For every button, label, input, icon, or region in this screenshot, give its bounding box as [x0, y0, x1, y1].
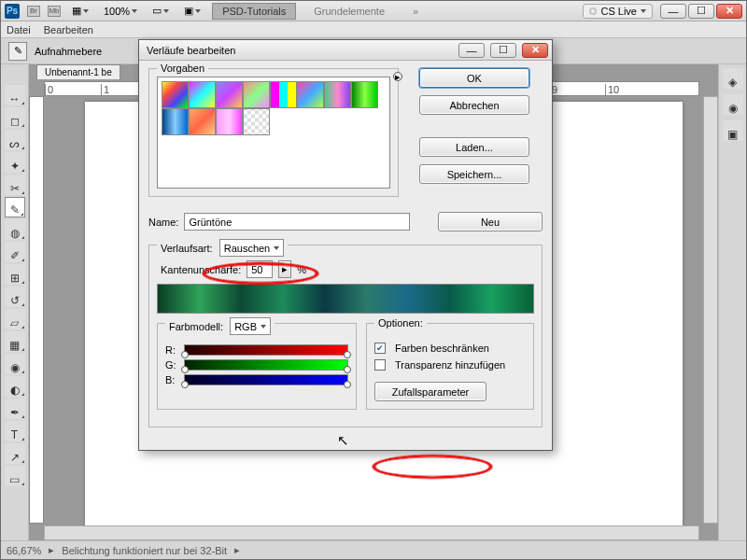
ruler-vertical	[29, 96, 44, 524]
crop-tool[interactable]: ✂	[5, 175, 25, 195]
scrollbar-vertical[interactable]	[703, 96, 718, 524]
status-message: Belichtung funktioniert nur bei 32-Bit	[62, 545, 227, 556]
preset-swatch[interactable]	[162, 108, 189, 135]
view-mode-menu[interactable]: ▦	[68, 5, 92, 17]
name-label: Name:	[148, 217, 178, 228]
preset-grid[interactable]: ▸	[157, 77, 390, 189]
color-model-fieldset: Farbmodell: RGB R: G: B:	[157, 323, 357, 410]
roughness-input[interactable]: 50	[247, 260, 273, 278]
gradient-preview	[157, 284, 534, 314]
screen-mode-menu[interactable]: ▣	[180, 5, 204, 17]
eyedropper-tool[interactable]: ✎	[5, 197, 25, 217]
brush-tool[interactable]: ✐	[5, 242, 25, 262]
zoom-combo[interactable]: 100%	[100, 6, 141, 17]
new-button[interactable]: Neu	[438, 212, 543, 231]
preset-swatch[interactable]	[216, 81, 243, 108]
cs-live-label: CS Live	[600, 6, 637, 17]
gradient-type-select[interactable]: Rauschen	[219, 239, 285, 257]
eyedropper-tool-icon[interactable]: ✎	[8, 42, 27, 61]
gradient-tool[interactable]: ▦	[5, 331, 25, 352]
preset-swatch[interactable]	[189, 81, 216, 108]
path-tool[interactable]: ↗	[5, 443, 25, 464]
workspace-grundelemente[interactable]: Grundelemente	[303, 3, 395, 20]
menu-datei[interactable]: Datei	[7, 24, 31, 35]
dialog-maximize-button[interactable]: ☐	[490, 43, 516, 58]
scrollbar-horizontal[interactable]	[44, 525, 699, 540]
options-legend: Optionen:	[374, 317, 427, 329]
dialog-title: Verläufe bearbeiten	[147, 45, 453, 56]
presets-legend: Vorgaben	[157, 63, 208, 74]
g-slider[interactable]	[184, 359, 348, 371]
eraser-tool[interactable]: ▱	[5, 309, 25, 329]
dialog-minimize-button[interactable]: —	[458, 43, 485, 58]
lasso-tool[interactable]: ᔕ	[5, 130, 25, 150]
randomize-button[interactable]: Zufallsparameter	[374, 382, 486, 401]
bridge-icon[interactable]: Br	[27, 6, 40, 17]
dodge-tool[interactable]: ◐	[5, 376, 25, 397]
add-transparency-checkbox[interactable]	[374, 359, 386, 371]
roughness-stepper[interactable]: ▸	[278, 260, 291, 278]
type-label: Verlaufsart:	[161, 243, 213, 254]
dialog-titlebar[interactable]: Verläufe bearbeiten — ☐ ✕	[139, 40, 552, 61]
preset-swatch[interactable]	[297, 81, 324, 108]
preset-swatch[interactable]	[216, 108, 243, 135]
preset-swatch[interactable]	[351, 81, 378, 108]
color-model-legend: Farbmodell: RGB	[165, 317, 275, 335]
minimize-button[interactable]: —	[660, 4, 686, 19]
roughness-label: Kantenunschärfe:	[161, 264, 241, 275]
workspace-more[interactable]: »	[402, 3, 429, 20]
type-tool[interactable]: T	[5, 421, 25, 441]
stamp-tool[interactable]: ⊞	[5, 264, 25, 285]
color-model-select[interactable]: RGB	[230, 317, 271, 335]
r-label: R:	[165, 344, 178, 356]
panel-icon-3[interactable]: ▣	[723, 120, 743, 141]
preset-swatch[interactable]	[243, 108, 270, 135]
name-input[interactable]: Grüntöne	[184, 213, 410, 231]
options-label: Aufnahmebere	[35, 46, 102, 57]
panel-icon-2[interactable]: ◉	[723, 94, 743, 115]
menu-bearbeiten[interactable]: Bearbeiten	[44, 24, 93, 35]
ok-button[interactable]: OK	[419, 68, 529, 88]
preset-menu-icon[interactable]: ▸	[393, 72, 402, 81]
marquee-tool[interactable]: ◻	[5, 107, 25, 128]
g-label: G:	[165, 359, 178, 371]
preset-swatch[interactable]	[270, 81, 297, 108]
preset-swatch[interactable]	[324, 81, 351, 108]
move-tool[interactable]: ↔	[5, 85, 25, 105]
gradient-type-value: Rauschen	[224, 243, 271, 254]
wand-tool[interactable]: ✦	[5, 152, 25, 173]
color-model-label: Farbmodell:	[169, 321, 223, 332]
toolbox: ↔ ◻ ᔕ ✦ ✂ ✎ ◍ ✐ ⊞ ↺ ▱ ▦ ◉ ◐ ✒ T ↗ ▭	[1, 64, 29, 540]
pen-tool[interactable]: ✒	[5, 399, 25, 419]
restrict-colors-checkbox[interactable]: ✔	[374, 343, 386, 354]
preset-swatch[interactable]	[243, 81, 270, 108]
cancel-button[interactable]: Abbrechen	[419, 95, 529, 115]
r-slider[interactable]	[184, 344, 348, 356]
photoshop-icon: Ps	[5, 4, 20, 19]
minibridge-icon[interactable]: Mb	[48, 6, 61, 17]
heal-tool[interactable]: ◍	[5, 219, 25, 240]
cs-live-button[interactable]: CS Live	[583, 4, 653, 19]
workspace-psd-tutorials[interactable]: PSD-Tutorials	[212, 3, 296, 20]
preset-swatch[interactable]	[189, 108, 216, 135]
maximize-button[interactable]: ☐	[688, 4, 714, 19]
save-button[interactable]: Speichern...	[419, 164, 529, 184]
history-brush-tool[interactable]: ↺	[5, 287, 25, 307]
shape-tool[interactable]: ▭	[5, 466, 25, 486]
load-button[interactable]: Laden...	[419, 137, 529, 157]
presets-fieldset: Vorgaben ▸	[148, 68, 399, 197]
cursor-icon: ↖	[337, 432, 349, 449]
color-model-value: RGB	[234, 321, 257, 332]
blur-tool[interactable]: ◉	[5, 354, 25, 374]
dialog-close-button[interactable]: ✕	[522, 43, 548, 58]
document-tab[interactable]: Unbenannt-1 be	[36, 64, 120, 79]
panel-icon-1[interactable]: ◈	[723, 68, 743, 89]
type-row-legend: Verlaufsart: Rauschen	[157, 239, 288, 257]
arrange-menu[interactable]: ▭	[148, 5, 173, 17]
add-transparency-label: Transparenz hinzufügen	[395, 359, 505, 371]
b-slider[interactable]	[184, 374, 348, 385]
close-button[interactable]: ✕	[716, 4, 742, 19]
preset-swatch[interactable]	[162, 81, 189, 108]
gradient-editor-dialog: Verläufe bearbeiten — ☐ ✕ Vorgaben ▸ OK …	[138, 39, 553, 451]
zoom-value: 100%	[104, 6, 130, 17]
